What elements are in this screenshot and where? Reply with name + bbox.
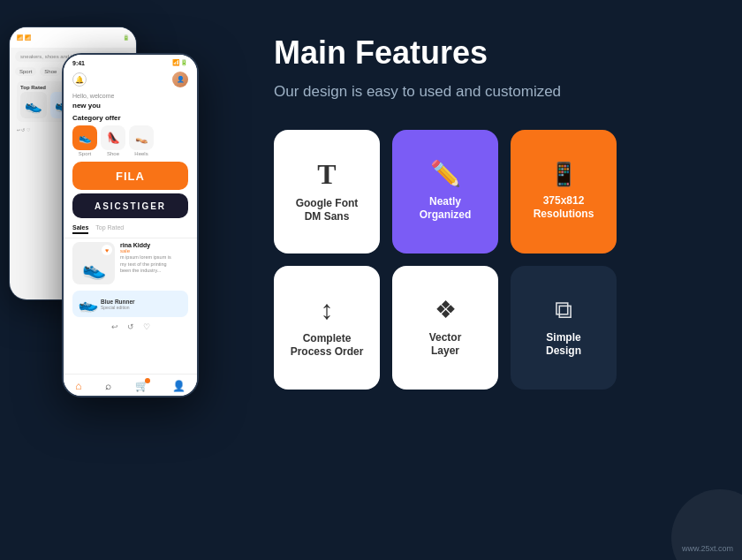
font-icon: T xyxy=(317,160,336,188)
blue-shoe-card: 👟 Blue Runner Special edition xyxy=(72,291,188,317)
tab-sales[interactable]: Sales xyxy=(72,224,88,234)
cat-heels-icon: 👡 xyxy=(129,125,154,150)
cat-sport-label: Sport xyxy=(79,151,91,156)
category-scroll: 👟 Sport 👠 Shoe 👡 Heels xyxy=(64,124,197,158)
cart-badge xyxy=(145,378,150,383)
greeting-main: new you xyxy=(64,101,197,110)
product-card: 👟 ♥ rina Kiddy sale m ipsum lorem ipsum … xyxy=(64,238,197,288)
nav-profile[interactable]: 👤 xyxy=(172,380,186,392)
phone-actions: ↩ ↺ ♡ xyxy=(64,320,197,334)
phone-header: 🔔 👤 xyxy=(64,68,197,91)
feature-simple-design[interactable]: ⧉ SimpleDesign xyxy=(511,266,617,390)
category-label: Category offer xyxy=(64,110,197,124)
greeting-sub: Hello, welcome xyxy=(64,91,197,101)
main-title: Main Features xyxy=(274,35,707,71)
phone-front: 9:41 📶🔋 🔔 👤 Hello, welcome new you Categ… xyxy=(62,53,199,397)
cat-shoe-label: Shoe xyxy=(107,151,119,156)
feature-process-order-label: CompleteProcess Order xyxy=(291,332,364,359)
product-description: m ipsum lorem ipsum ismy text of the pri… xyxy=(120,254,188,275)
action-heart[interactable]: ♡ xyxy=(143,322,150,331)
vector-icon: ❖ xyxy=(435,298,457,322)
bottom-nav: ⌂ ⌕ 🛒 👤 xyxy=(64,374,197,396)
feature-resolutions[interactable]: 📱 375x812Resolutions xyxy=(511,130,617,254)
fila-banner: FILA xyxy=(72,162,188,190)
process-icon: ↕ xyxy=(321,297,334,323)
notification-icon[interactable]: 🔔 xyxy=(72,72,87,87)
watermark: www.25xt.com xyxy=(682,544,733,553)
action-reply[interactable]: ↩ xyxy=(111,322,118,331)
asics-banner: ASICSTIGER xyxy=(72,193,188,218)
feature-simple-design-label: SimpleDesign xyxy=(546,331,581,359)
user-avatar[interactable]: 👤 xyxy=(172,72,188,87)
shoe-info: Special edition xyxy=(101,305,135,310)
product-image: 👟 ♥ xyxy=(72,242,115,284)
tab-top-rated[interactable]: Top Rated xyxy=(95,224,124,234)
main-container: 📶 📶 🔋 sneakers, shoes and hat... Sport S… xyxy=(0,0,742,560)
feature-resolutions-label: 375x812Resolutions xyxy=(534,194,594,222)
subtitle: Our design is easy to used and customize… xyxy=(274,81,610,102)
product-brand: sale xyxy=(120,248,188,254)
nav-search[interactable]: ⌕ xyxy=(105,380,111,392)
nav-home[interactable]: ⌂ xyxy=(75,380,81,392)
nav-cart[interactable]: 🛒 xyxy=(135,380,148,392)
feature-google-font-label: Google FontDM Sans xyxy=(296,197,359,224)
cat-shoe[interactable]: 👠 Shoe xyxy=(101,125,125,156)
blue-shoe-icon: 👟 xyxy=(76,292,100,316)
heart-icon[interactable]: ♥ xyxy=(102,245,112,255)
resolution-icon: 📱 xyxy=(549,163,578,185)
feature-process-order[interactable]: ↕ CompleteProcess Order xyxy=(274,266,380,390)
product-shoe-icon: 👟 xyxy=(82,258,106,281)
cat-sport-icon: 👟 xyxy=(72,125,97,150)
status-time: 9:41 xyxy=(72,60,85,66)
feature-google-font[interactable]: T Google FontDM Sans xyxy=(274,130,380,254)
shoe-name: Blue Runner xyxy=(101,299,135,305)
features-grid: T Google FontDM Sans ✏️ NeatlyOrganized … xyxy=(274,130,707,390)
product-tabs: Sales Top Rated xyxy=(64,221,197,238)
cat-shoe-icon: 👠 xyxy=(101,125,125,150)
content-section: Main Features Our design is easy to used… xyxy=(230,0,742,560)
status-bar: 9:41 📶🔋 xyxy=(64,55,197,68)
design-icon: ⧉ xyxy=(555,298,572,322)
action-refresh[interactable]: ↺ xyxy=(127,322,134,331)
cat-heels[interactable]: 👡 Heels xyxy=(129,125,154,156)
feature-vector-layer-label: VectorLayer xyxy=(429,331,462,359)
feature-neatly-organized[interactable]: ✏️ NeatlyOrganized xyxy=(392,130,498,254)
feature-vector-layer[interactable]: ❖ VectorLayer xyxy=(392,266,498,390)
product-info: rina Kiddy sale m ipsum lorem ipsum ismy… xyxy=(120,242,188,284)
phone-section: 📶 📶 🔋 sneakers, shoes and hat... Sport S… xyxy=(0,0,230,560)
cat-heels-label: Heels xyxy=(134,151,148,156)
cat-sport[interactable]: 👟 Sport xyxy=(72,125,97,156)
status-icons: 📶🔋 xyxy=(172,59,188,66)
product-name: rina Kiddy xyxy=(120,242,188,248)
organized-icon: ✏️ xyxy=(430,162,461,186)
feature-neatly-organized-label: NeatlyOrganized xyxy=(420,195,472,223)
